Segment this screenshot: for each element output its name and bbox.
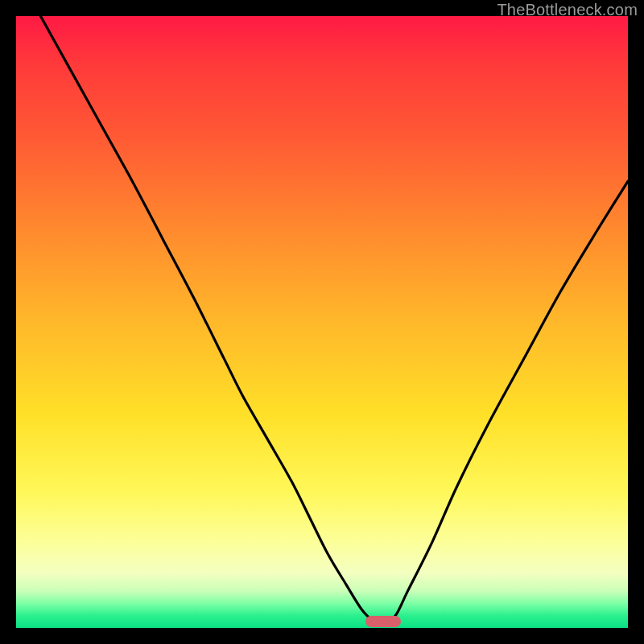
plot-area: [16, 16, 628, 628]
watermark-text: TheBottleneck.com: [497, 1, 638, 19]
chart-frame: TheBottleneck.com: [0, 0, 644, 644]
optimal-marker: [365, 616, 401, 627]
bottleneck-curve: [16, 16, 628, 628]
